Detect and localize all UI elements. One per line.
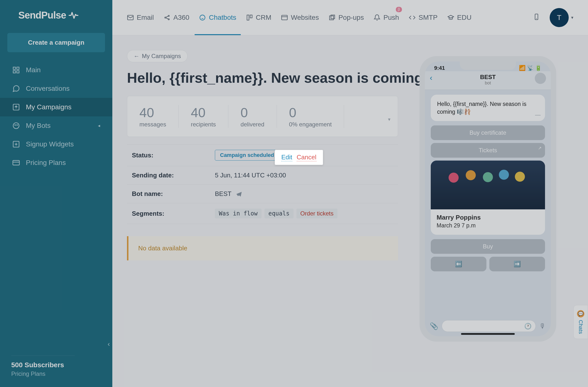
caret-down-icon[interactable]: ▾ bbox=[571, 15, 573, 20]
svg-rect-16 bbox=[250, 15, 252, 18]
stats-panel: 40messages 40recipients 0delivered 00% e… bbox=[127, 96, 398, 137]
next-button[interactable]: ➡️ bbox=[489, 257, 545, 271]
tab-websites[interactable]: Websites bbox=[281, 0, 319, 35]
tab-label: Pop-ups bbox=[338, 14, 364, 21]
svg-point-14 bbox=[200, 15, 205, 20]
phone-avatar[interactable] bbox=[535, 73, 546, 84]
external-icon: ↗ bbox=[538, 145, 542, 151]
buy-button[interactable]: Buy bbox=[431, 239, 545, 254]
svg-rect-15 bbox=[247, 15, 249, 20]
row-value: BEST bbox=[215, 190, 242, 198]
message-bubble: Hello, {{first_name}}. New season is com… bbox=[431, 95, 545, 121]
segment-field: Was in flow bbox=[215, 209, 262, 218]
highlight-box: Edit Cancel bbox=[275, 150, 323, 165]
row-key: Bot name: bbox=[132, 190, 215, 198]
phone-input-bar: 📎 🕐 🎙 bbox=[430, 320, 546, 332]
attach-icon[interactable]: 📎 bbox=[430, 322, 438, 330]
stat-value: 0 bbox=[289, 105, 332, 120]
upload-icon bbox=[12, 103, 20, 111]
svg-rect-17 bbox=[282, 15, 287, 20]
tab-label: EDU bbox=[457, 14, 472, 21]
svg-rect-1 bbox=[17, 67, 19, 69]
tab-label: Chatbots bbox=[209, 14, 236, 21]
chevron-left-icon: ◂ bbox=[98, 123, 100, 128]
card-date: March 29 7 p.m bbox=[437, 222, 539, 229]
bubble-meta: — bbox=[535, 111, 541, 118]
tab-label: Push bbox=[383, 14, 399, 21]
sidebar-item-main[interactable]: Main bbox=[0, 61, 112, 79]
mobile-icon[interactable] bbox=[533, 13, 540, 22]
sidebar-item-bots[interactable]: My Bots◂ bbox=[0, 116, 112, 135]
pricing-link[interactable]: Pricing Plans bbox=[11, 370, 75, 377]
stat-recipients: 40recipients bbox=[178, 105, 228, 128]
pulse-icon bbox=[69, 11, 78, 20]
phone-header: ‹ BEST bot bbox=[425, 71, 551, 90]
sidebar-item-label: Signup Widgets bbox=[26, 140, 74, 148]
sidebar-item-campaigns[interactable]: My Campaigns bbox=[0, 98, 112, 116]
popup-icon bbox=[329, 14, 336, 21]
stat-value: 40 bbox=[139, 105, 166, 120]
row-bot: Bot name: BEST bbox=[127, 185, 398, 203]
tab-a360[interactable]: A360 bbox=[164, 0, 189, 35]
share-icon bbox=[164, 14, 170, 21]
chats-side-tab[interactable]: 💬 Chats bbox=[573, 305, 588, 339]
stat-label: 0% engagement bbox=[289, 121, 332, 128]
row-key: Segments: bbox=[132, 210, 215, 217]
breadcrumb[interactable]: ← My Campaigns bbox=[127, 50, 188, 62]
logo[interactable]: SendPulse bbox=[0, 0, 112, 28]
prev-button[interactable]: ⬅️ bbox=[431, 257, 486, 271]
edu-icon bbox=[447, 14, 454, 21]
telegram-icon bbox=[236, 191, 242, 197]
stat-messages: 40messages bbox=[127, 105, 178, 128]
tab-email[interactable]: Email bbox=[127, 0, 154, 35]
logo-text: SendPulse bbox=[18, 10, 66, 21]
phone-preview: 9:41 📶📡🔋 ‹ BEST bot Hello, {{first_name}… bbox=[420, 56, 556, 342]
svg-rect-3 bbox=[17, 71, 19, 73]
svg-rect-18 bbox=[329, 16, 333, 20]
grid-icon bbox=[12, 66, 20, 74]
user-avatar[interactable]: T bbox=[550, 8, 569, 27]
sidebar-collapse-button[interactable]: ‹ bbox=[108, 340, 110, 348]
tab-crm[interactable]: CRM bbox=[246, 0, 272, 35]
svg-point-13 bbox=[168, 19, 169, 20]
segment-op: equals bbox=[264, 209, 294, 218]
tab-edu[interactable]: EDU bbox=[447, 0, 472, 35]
tab-popups[interactable]: Pop-ups bbox=[329, 0, 364, 35]
tab-push[interactable]: Pushβ bbox=[374, 0, 399, 35]
sidebar-footer: 500 Subscribers Pricing Plans bbox=[11, 355, 75, 377]
sidebar-item-pricing[interactable]: Pricing Plans bbox=[0, 154, 112, 172]
card-title: Marry Poppins bbox=[437, 214, 539, 221]
row-status: Status: Campaign scheduled Edit Cancel bbox=[127, 144, 398, 166]
sidebar-item-label: Main bbox=[26, 66, 41, 74]
mail-icon bbox=[127, 14, 134, 21]
beta-badge: β bbox=[396, 7, 402, 12]
create-campaign-button[interactable]: Create a campaign bbox=[7, 33, 105, 52]
buy-certificate-button[interactable]: Buy certificate bbox=[431, 125, 545, 140]
detail-table: Status: Campaign scheduled Edit Cancel S… bbox=[127, 144, 398, 224]
arrow-left-icon: ← bbox=[134, 53, 139, 59]
phone-title: BEST bbox=[425, 74, 551, 80]
edit-link-highlight[interactable]: Edit bbox=[281, 154, 292, 161]
chats-label: Chats bbox=[578, 320, 584, 334]
cancel-link-highlight[interactable]: Cancel bbox=[297, 154, 316, 161]
tickets-button[interactable]: Tickets↗ bbox=[431, 143, 545, 158]
sidebar-item-widgets[interactable]: Signup Widgets bbox=[0, 135, 112, 154]
tab-chatbots[interactable]: Chatbots bbox=[199, 0, 236, 35]
chat-bubble-icon: 💬 bbox=[577, 310, 584, 317]
stats-dropdown[interactable]: ▾ bbox=[388, 116, 390, 122]
segment-value: Order tickets bbox=[296, 209, 337, 218]
sidebar-item-label: My Campaigns bbox=[26, 103, 72, 111]
phone-body: Hello, {{first_name}}. New season is com… bbox=[425, 90, 551, 321]
row-date: Sending date: 5 Jun, 11:44 UTC +03:00 bbox=[127, 166, 398, 185]
back-icon[interactable]: ‹ bbox=[430, 73, 432, 82]
sidebar-item-conversations[interactable]: Conversations bbox=[0, 79, 112, 98]
home-bar bbox=[461, 333, 515, 335]
stat-label: messages bbox=[139, 121, 166, 128]
mic-icon[interactable]: 🎙 bbox=[539, 322, 546, 330]
message-input[interactable]: 🕐 bbox=[442, 320, 536, 332]
status-badge: Campaign scheduled bbox=[215, 150, 279, 161]
svg-rect-0 bbox=[13, 67, 15, 69]
code-icon bbox=[409, 14, 416, 21]
tab-smtp[interactable]: SMTP bbox=[409, 0, 438, 35]
tab-label: SMTP bbox=[419, 14, 438, 21]
